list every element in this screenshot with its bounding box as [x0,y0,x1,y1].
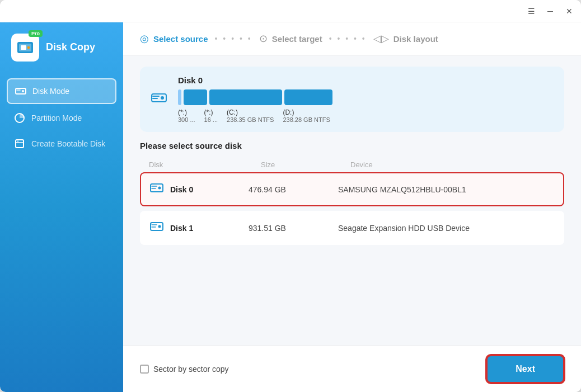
disk-preview-name: Disk 0 [178,75,553,85]
partition-bars [178,89,553,105]
partition-2-detail: 238.35 GB NTFS [227,116,274,123]
app-name: Disk Copy [46,41,95,54]
partition-1-letter: (*:) [204,108,218,116]
partition-bar-1 [184,89,207,105]
partition-0-detail: 300 ... [178,116,195,123]
disk-0-device: SAMSUNG MZALQ512HBLU-00BL1 [338,185,554,194]
partition-label-3: (D:) 238.28 GB NTFS [283,108,330,123]
disk-preview: Disk 0 (*:) 300 ... (*:) [140,67,564,132]
app-icon-bg [11,34,39,62]
sidebar-item-bootable[interactable]: Create Bootable Disk [7,132,116,155]
bootable-disk-icon [13,138,26,150]
title-bar: ☰ ─ ✕ [0,0,581,22]
content-area: ◎ Select source • • • • • ⊙ Select targe… [123,22,581,392]
footer: Sector by sector copy Next [123,346,581,392]
table-section: Please select source disk Disk Size Devi… [123,141,581,346]
table-row[interactable]: Disk 0 476.94 GB SAMSUNG MZALQ512HBLU-00… [140,172,564,206]
app-icon-wrap: Pro [11,34,39,62]
disk-mode-icon [15,85,27,97]
svg-rect-19 [151,223,163,230]
disk-0-icon [150,181,163,197]
partition-labels: (*:) 300 ... (*:) 16 ... (C:) 238.35 GB … [178,108,553,123]
step-select-source[interactable]: ◎ Select source [140,32,208,45]
checkbox-box [140,365,149,374]
table-row[interactable]: Disk 1 931.51 GB Seagate Expansion HDD U… [140,211,564,245]
app-icon-svg [16,39,34,56]
step-layout-label: Disk layout [393,34,438,44]
svg-point-10 [17,141,18,142]
disk-mode-label: Disk Mode [32,87,69,96]
sidebar: Pro Disk Copy Disk Mode [0,22,123,392]
minimize-button[interactable]: ─ [545,6,555,16]
partition-2-letter: (C:) [227,108,274,116]
svg-rect-3 [27,46,30,49]
bootable-label: Create Bootable Disk [31,139,105,148]
steps-header: ◎ Select source • • • • • ⊙ Select targe… [123,22,581,55]
checkbox-label: Sector by sector copy [153,365,229,374]
partition-0-letter: (*:) [178,108,195,116]
disk-0-size: 476.94 GB [249,185,338,194]
sidebar-nav: Disk Mode Partition Mode [0,78,123,155]
partition-1-detail: 16 ... [204,116,218,123]
disk-preview-info: Disk 0 (*:) 300 ... (*:) [178,75,553,123]
select-source-icon: ◎ [140,32,149,45]
partition-label-1: (*:) 16 ... [204,108,218,123]
close-button[interactable]: ✕ [564,6,574,16]
partition-mode-label: Partition Mode [31,114,82,122]
sidebar-item-partition-mode[interactable]: Partition Mode [7,106,116,130]
svg-point-16 [158,187,161,190]
disk-1-size: 931.51 GB [249,224,338,233]
svg-point-5 [22,90,24,92]
step-dots-1: • • • • • [215,34,252,43]
sidebar-item-disk-mode[interactable]: Disk Mode [7,78,116,104]
partition-bar-3 [284,89,332,105]
col-disk-header: Disk [149,160,261,169]
step-source-label: Select source [153,34,208,44]
partition-label-2: (C:) 238.35 GB NTFS [227,108,274,123]
svg-point-12 [161,96,164,100]
step-select-target[interactable]: ⊙ Select target [259,32,322,45]
select-target-icon: ⊙ [259,32,268,45]
menu-button[interactable]: ☰ [526,6,536,16]
sector-copy-checkbox[interactable]: Sector by sector copy [140,365,229,374]
partition-3-detail: 238.28 GB NTFS [283,116,330,123]
disk-1-device: Seagate Expansion HDD USB Device [338,224,554,233]
col-size-header: Size [261,160,350,169]
app-window: ☰ ─ ✕ Pro Disk Copy [0,0,581,392]
main-layout: Pro Disk Copy Disk Mode [0,22,581,392]
col-device-header: Device [350,160,555,169]
partition-3-letter: (D:) [283,108,330,116]
step-disk-layout[interactable]: ◁▷ Disk layout [373,32,438,45]
table-title: Please select source disk [140,141,564,150]
app-logo: Pro Disk Copy [0,34,123,78]
next-button[interactable]: Next [486,355,564,383]
disk-0-name: Disk 0 [170,185,249,194]
disk-preview-icon [151,90,167,109]
step-dots-2: • • • • • [329,34,367,43]
partition-bar-2 [209,89,282,105]
svg-point-20 [158,225,161,228]
pro-badge: Pro [29,30,43,37]
disk-1-name: Disk 1 [170,224,249,233]
disk-layout-icon: ◁▷ [373,32,389,45]
svg-rect-15 [151,184,163,192]
step-target-label: Select target [272,34,322,44]
disk-1-icon [150,220,163,236]
svg-rect-4 [16,88,26,94]
partition-mode-icon [13,112,26,124]
partition-label-0: (*:) 300 ... [178,108,195,123]
svg-rect-2 [21,45,26,50]
svg-rect-8 [16,140,24,148]
partition-bar-0 [178,89,181,105]
table-header: Disk Size Device [140,157,564,172]
